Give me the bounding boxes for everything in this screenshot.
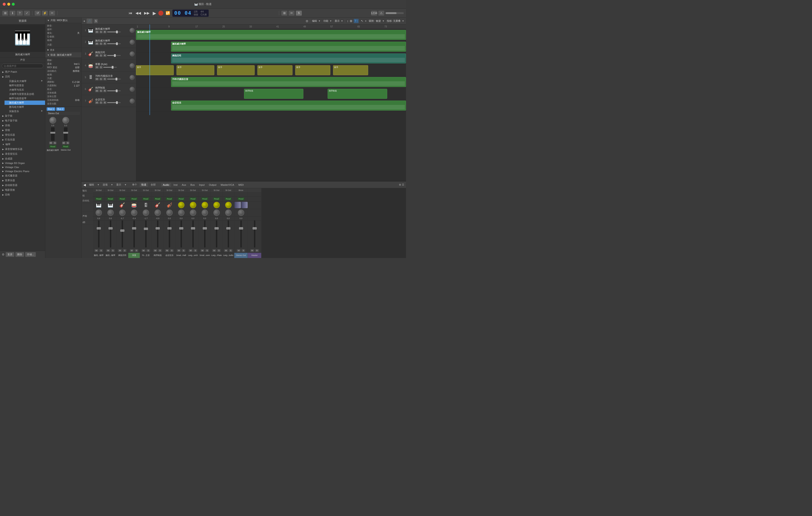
mixer-list-icon[interactable]: ☰ (402, 183, 404, 186)
track-vol-knob-6[interactable] (129, 87, 135, 92)
ch6-read-btn[interactable]: Read (154, 197, 161, 201)
ch9-pan-knob[interactable] (190, 210, 196, 216)
library-sub-item-5[interactable]: 钢琴与低音提琴 (4, 96, 45, 100)
ch5-solo[interactable]: S (146, 249, 150, 252)
track-fader-2[interactable] (107, 43, 121, 44)
ch4-pan-knob[interactable] (131, 210, 137, 216)
ch2-mute[interactable]: M (106, 249, 110, 252)
ch9-mute[interactable]: M (189, 249, 193, 252)
track-rec-7[interactable]: R (103, 101, 107, 104)
ch9-solo[interactable]: S (194, 249, 197, 252)
minimize-button[interactable] (7, 3, 10, 6)
ch4-mute[interactable]: M (130, 249, 134, 252)
ch2-solo[interactable]: S (111, 249, 115, 252)
ch6-fader[interactable] (157, 220, 158, 248)
track-vol-knob-3[interactable] (129, 52, 135, 56)
ch8-read-btn[interactable]: Read (178, 197, 185, 201)
mixer-section-output[interactable]: Output (207, 183, 218, 187)
ch4-read-btn[interactable]: Read (130, 197, 138, 201)
ch10-read-btn[interactable]: Read (201, 197, 208, 201)
ch12-fader[interactable] (228, 220, 229, 248)
ch5-pan-knob[interactable] (143, 210, 149, 216)
ch-stereo-pan-knob[interactable] (238, 210, 244, 216)
library-item-tones[interactable]: ▶音组 (0, 128, 45, 132)
ch11-mute[interactable]: M (212, 249, 216, 252)
track-mute-5[interactable]: M (95, 78, 99, 81)
bus-m-btn-2[interactable]: M (62, 142, 66, 144)
library-sub-item-8[interactable]: 实验音乐▶ (4, 109, 45, 114)
ch10-solo[interactable]: S (205, 249, 209, 252)
bus-fader-2-track[interactable] (64, 127, 67, 141)
rewind-btn[interactable]: ⏮ (128, 11, 133, 16)
track-solo-3[interactable]: S (99, 54, 103, 57)
track-rec-6[interactable]: R (103, 89, 107, 92)
ch8-fader[interactable] (180, 220, 182, 248)
ch12-pan-knob[interactable] (225, 210, 232, 216)
track-fader-1[interactable] (107, 31, 121, 32)
clip-2-1[interactable]: 施坦威大钢琴 (171, 42, 406, 52)
ch3-fader[interactable] (122, 220, 123, 248)
mixer-view-track[interactable]: 轨道 (140, 183, 148, 187)
pen-btn[interactable]: ✏ (289, 11, 294, 16)
ch6-solo[interactable]: S (158, 249, 162, 252)
ch11-fader[interactable] (216, 220, 217, 248)
mixer-view-single[interactable]: 单个 (130, 183, 139, 187)
warn-btn[interactable]: ⚠ (378, 11, 384, 16)
track-vol-knob-7[interactable] (129, 98, 135, 103)
info-btn[interactable]: ℹ (9, 11, 16, 16)
track-mute-2[interactable]: M (95, 42, 99, 45)
clip-3-1[interactable]: 拇指贝司 (171, 54, 406, 63)
sync-btn[interactable]: ↺ (35, 11, 40, 16)
mixer-tab-edit[interactable]: 编辑 (87, 183, 96, 187)
ch3-solo[interactable]: S (123, 249, 126, 252)
library-item-bass[interactable]: ▶贝司 (0, 74, 45, 79)
ch-master-fader[interactable] (254, 220, 255, 248)
cycle-btn[interactable]: 🔁 (165, 10, 171, 16)
mixer-collapse-btn[interactable]: ◀ (83, 183, 86, 187)
library-item-vclav[interactable]: ▶Vintage Clav (0, 165, 45, 169)
ch8-mute[interactable]: M (177, 249, 181, 252)
ch7-solo[interactable]: S (170, 249, 174, 252)
track-mute-1[interactable]: M (95, 31, 99, 33)
library-item-edrums[interactable]: ▶电子架子鼓 (0, 118, 45, 123)
track-mute-3[interactable]: M (95, 54, 99, 57)
zoom-tool[interactable]: + (365, 19, 367, 23)
library-item-old[interactable]: ▶老式魔音器 (0, 173, 45, 178)
list-btn[interactable]: 1234 (371, 11, 377, 16)
library-sub-item-4[interactable]: 大钢琴与背景音及合唱 (4, 92, 45, 96)
close-button[interactable] (3, 3, 6, 6)
track-fader-6[interactable] (107, 90, 121, 91)
library-item-vep[interactable]: ▶Vintage Electric Piano (0, 169, 45, 173)
library-search-input[interactable] (2, 64, 43, 68)
mixer-section-inst[interactable]: Inst (172, 183, 179, 187)
clip-5-1[interactable]: 70年代模拟主音 (171, 77, 406, 87)
track-vol-knob-5[interactable] (129, 75, 135, 80)
ch10-pan-knob[interactable] (202, 210, 208, 216)
ch11-pan-knob[interactable] (213, 210, 220, 216)
ch8-pan-knob[interactable] (178, 210, 184, 216)
track-rec-2[interactable]: R (103, 42, 107, 45)
mixer-section-aux[interactable]: Aux (180, 183, 188, 187)
ch5-fader[interactable] (145, 220, 147, 248)
library-sub-item-7[interactable]: 雅马哈大钢琴 (4, 105, 45, 109)
record-btn[interactable] (158, 11, 163, 16)
clip-6-2[interactable]: 倒序制造 (328, 89, 387, 99)
gear-icon[interactable]: ⚙ (2, 253, 4, 256)
library-item-perc[interactable]: ▶打击乐器 (0, 137, 45, 142)
track-fader-3[interactable] (107, 55, 121, 56)
track-solo-4[interactable]: S (99, 66, 103, 69)
more-btn[interactable]: ▶ 更多 (45, 48, 81, 52)
stereo-out-btn[interactable]: Stereo Out (47, 112, 80, 115)
timeline-area[interactable]: 1 9 17 25 33 41 49 57 65 73 (136, 25, 406, 181)
bus-m-btn-1[interactable]: M (49, 142, 53, 144)
track-mute-7[interactable]: M (95, 101, 99, 104)
timeline-icon[interactable]: ⊡ (306, 20, 308, 23)
ch5-mute[interactable]: M (142, 249, 146, 252)
ch9-fader[interactable] (192, 220, 194, 248)
snap-btn[interactable]: ⊞ (281, 11, 287, 16)
mixer-view-all[interactable]: 全部 (149, 183, 157, 187)
bus-knob-2[interactable] (62, 117, 69, 124)
bus-auto-btn-1[interactable]: Read (49, 145, 56, 148)
library-item-world[interactable]: ▶世界乐器 (0, 178, 45, 183)
library-item-piano[interactable]: ▼钢琴 (0, 142, 45, 147)
